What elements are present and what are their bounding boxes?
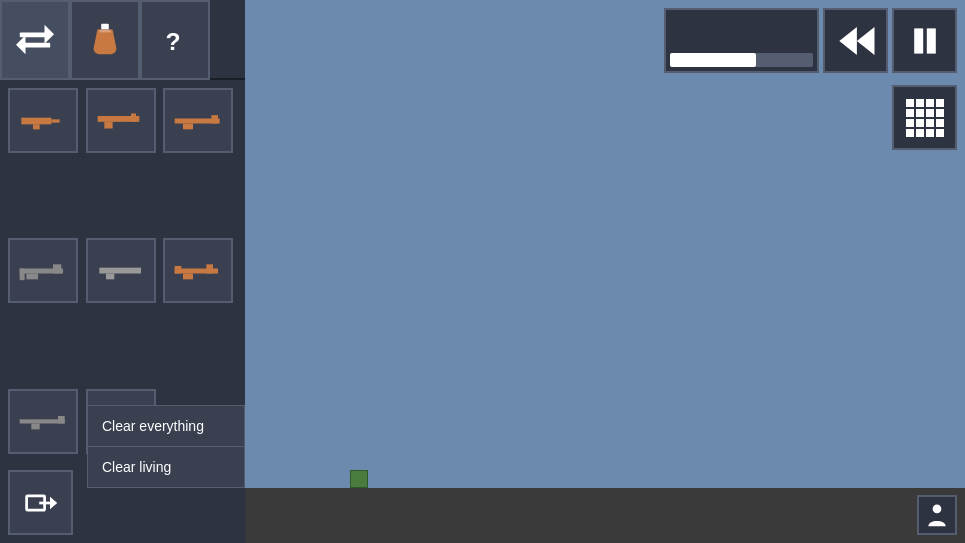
potion-button[interactable] <box>70 0 140 80</box>
svg-rect-7 <box>21 117 51 124</box>
svg-rect-35 <box>926 28 935 53</box>
svg-rect-4 <box>101 24 109 30</box>
svg-rect-25 <box>175 266 182 274</box>
svg-rect-5 <box>99 30 110 33</box>
svg-rect-24 <box>207 264 214 273</box>
help-button[interactable]: ? <box>140 0 210 80</box>
svg-marker-33 <box>856 26 874 54</box>
svg-rect-26 <box>20 419 65 423</box>
svg-marker-3 <box>16 35 26 54</box>
svg-rect-27 <box>31 424 39 430</box>
clear-everything-button[interactable]: Clear everything <box>88 406 244 447</box>
svg-rect-34 <box>914 28 923 53</box>
progress-bar <box>670 53 813 67</box>
person-icon[interactable] <box>917 495 957 535</box>
weapon-cell-rifle[interactable] <box>163 88 233 153</box>
svg-rect-28 <box>58 416 65 424</box>
svg-rect-12 <box>131 113 136 121</box>
swap-button[interactable] <box>0 0 70 80</box>
weapon-cell-lmg[interactable] <box>8 238 78 303</box>
grid-toggle-button[interactable] <box>892 85 957 150</box>
svg-rect-23 <box>183 273 193 279</box>
svg-marker-38 <box>50 496 57 509</box>
svg-rect-17 <box>26 273 38 279</box>
exit-button[interactable] <box>8 470 73 535</box>
svg-rect-19 <box>20 268 25 280</box>
svg-rect-15 <box>212 115 219 123</box>
weapon-cell-pistol[interactable] <box>8 88 78 153</box>
top-controls <box>664 8 957 73</box>
svg-rect-18 <box>53 264 61 273</box>
rewind-button[interactable] <box>823 8 888 73</box>
svg-point-39 <box>933 505 942 514</box>
weapon-cell-ar[interactable] <box>163 238 233 303</box>
progress-bar-container <box>664 8 819 73</box>
svg-rect-8 <box>33 124 40 129</box>
character <box>350 470 368 488</box>
context-menu: Clear everything Clear living <box>87 405 245 488</box>
svg-text:?: ? <box>166 28 181 55</box>
clear-living-button[interactable]: Clear living <box>88 447 244 487</box>
svg-rect-11 <box>104 121 112 128</box>
svg-rect-21 <box>106 273 114 279</box>
toolbar: ? <box>0 0 245 80</box>
svg-marker-32 <box>839 26 857 54</box>
weapon-cell-sniper[interactable] <box>8 389 78 454</box>
svg-rect-9 <box>51 119 59 122</box>
svg-marker-1 <box>45 25 55 44</box>
svg-rect-20 <box>99 267 141 273</box>
weapon-cell-smg[interactable] <box>86 88 156 153</box>
game-area <box>245 0 965 543</box>
pause-button[interactable] <box>892 8 957 73</box>
svg-rect-14 <box>183 123 193 129</box>
progress-fill <box>670 53 756 67</box>
weapon-cell-shotgun[interactable] <box>86 238 156 303</box>
ground <box>245 488 965 543</box>
grid-icon <box>906 99 944 137</box>
